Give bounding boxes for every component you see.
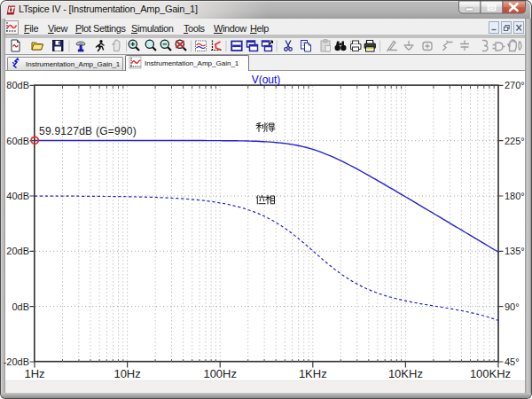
svg-text:45°: 45° <box>505 356 520 367</box>
svg-text:10Hz: 10Hz <box>113 367 140 380</box>
svg-text:100Hz: 100Hz <box>203 367 237 380</box>
svg-text:90°: 90° <box>505 301 520 312</box>
svg-text:1KHz: 1KHz <box>299 367 327 380</box>
svg-text:V(out): V(out) <box>252 74 281 86</box>
svg-text:-20dB: -20dB <box>4 356 29 367</box>
svg-text:60dB: 60dB <box>6 136 29 146</box>
svg-text:0dB: 0dB <box>12 301 29 312</box>
svg-text:180°: 180° <box>505 191 525 201</box>
svg-text:225°: 225° <box>505 136 525 146</box>
svg-text:270°: 270° <box>505 80 525 90</box>
svg-text:100KHz: 100KHz <box>470 367 511 380</box>
svg-text:135°: 135° <box>505 246 525 256</box>
svg-text:20dB: 20dB <box>6 246 29 256</box>
svg-text:1Hz: 1Hz <box>24 367 44 380</box>
svg-text:40dB: 40dB <box>6 191 29 201</box>
svg-text:10KHz: 10KHz <box>388 367 423 380</box>
svg-text:59.9127dB (G=990): 59.9127dB (G=990) <box>39 125 137 137</box>
svg-text:80dB: 80dB <box>6 80 29 90</box>
